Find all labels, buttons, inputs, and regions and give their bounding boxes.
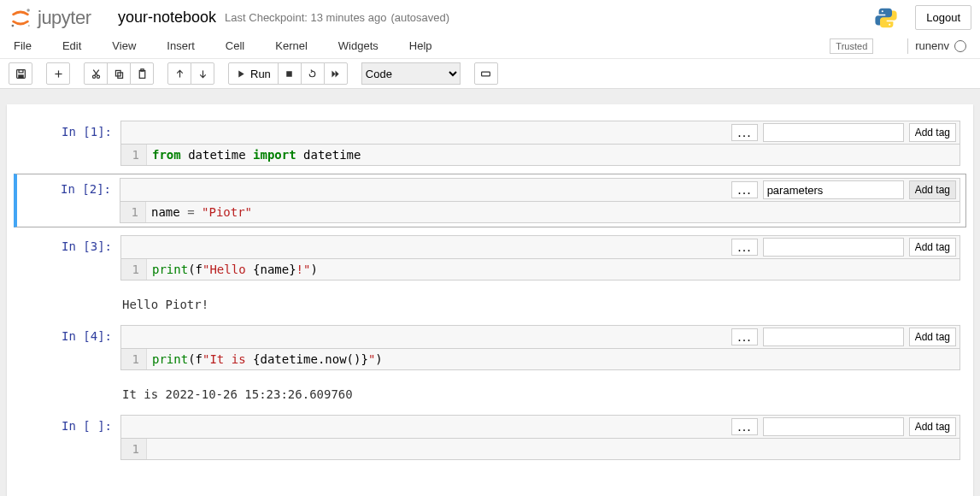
menu-file[interactable]: File	[9, 35, 45, 56]
code-cell[interactable]: In [4]:...Add tag1print(f"It is {datetim…	[14, 321, 966, 375]
svg-point-0	[26, 9, 29, 12]
tag-input[interactable]	[763, 238, 904, 257]
jupyter-logo-icon	[9, 6, 32, 30]
output-area: Hello Piotr!	[14, 288, 966, 317]
code-line[interactable]: name = "Piotr"	[146, 202, 959, 222]
menubar: FileEditViewInsertCellKernelWidgetsHelp …	[0, 33, 980, 59]
input-prompt: In [4]:	[18, 325, 120, 370]
svg-marker-23	[336, 70, 339, 77]
tag-input[interactable]	[763, 123, 904, 142]
menu-help[interactable]: Help	[404, 35, 446, 56]
notebook-container: In [1]:...Add tag1from datetime import d…	[0, 89, 980, 496]
interrupt-button[interactable]	[278, 62, 302, 85]
autosaved-status: (autosaved)	[390, 11, 449, 24]
tag-options-button[interactable]: ...	[731, 124, 757, 141]
svg-rect-24	[482, 72, 490, 76]
code-input[interactable]: 1print(f"Hello {name}!")	[120, 259, 960, 280]
code-cell[interactable]: In [1]:...Add tag1from datetime import d…	[14, 116, 966, 170]
code-line[interactable]: print(f"Hello {name}!")	[147, 259, 959, 280]
output-area: It is 2022-10-26 15:23:26.609760	[14, 378, 966, 407]
tag-input[interactable]	[763, 417, 904, 436]
move-up-button[interactable]	[167, 62, 191, 85]
line-gutter: 1	[121, 349, 147, 369]
code-line[interactable]	[147, 439, 959, 459]
line-gutter: 1	[121, 259, 147, 280]
code-input[interactable]: 1name = "Piotr"	[120, 202, 960, 223]
cell-type-select[interactable]: CodeMarkdownRaw NBConvertHeading	[361, 62, 461, 85]
add-tag-button[interactable]: Add tag	[909, 417, 956, 436]
tag-input[interactable]	[763, 328, 904, 346]
menu-edit[interactable]: Edit	[57, 35, 95, 56]
header: jupyter your-notebook Last Checkpoint: 1…	[0, 0, 980, 33]
kernel-idle-indicator[interactable]	[954, 40, 966, 52]
input-prompt: In [3]:	[18, 235, 120, 280]
menu-insert[interactable]: Insert	[161, 35, 208, 56]
line-gutter: 1	[121, 439, 147, 459]
tag-row: ...Add tag	[120, 178, 960, 202]
svg-rect-7	[18, 74, 24, 78]
trusted-indicator[interactable]: Trusted	[830, 38, 873, 54]
run-button[interactable]: Run	[228, 62, 279, 85]
svg-point-1	[12, 24, 15, 27]
save-button[interactable]	[9, 62, 32, 85]
python-logo-icon	[874, 6, 898, 30]
command-palette-button[interactable]	[474, 62, 498, 85]
paste-button[interactable]	[130, 62, 154, 85]
svg-point-4	[889, 23, 890, 25]
kernel-separator	[907, 38, 908, 54]
svg-marker-20	[238, 70, 244, 77]
tag-row: ...Add tag	[120, 235, 960, 259]
tag-options-button[interactable]: ...	[731, 418, 757, 435]
code-input[interactable]: 1from datetime import datetime	[120, 145, 960, 166]
code-input[interactable]: 1print(f"It is {datetime.now()}")	[120, 349, 960, 370]
kernel-name[interactable]: runenv	[915, 39, 949, 52]
move-down-button[interactable]	[191, 62, 214, 85]
tag-options-button[interactable]: ...	[731, 328, 757, 345]
tag-options-button[interactable]: ...	[731, 181, 757, 198]
cut-button[interactable]	[84, 62, 108, 85]
notebook: In [1]:...Add tag1from datetime import d…	[7, 104, 973, 496]
line-gutter: 1	[120, 202, 146, 222]
menu-view[interactable]: View	[107, 35, 150, 56]
svg-marker-22	[332, 70, 336, 77]
jupyter-logo[interactable]: jupyter	[9, 6, 111, 30]
code-line[interactable]: print(f"It is {datetime.now()}")	[147, 349, 959, 369]
svg-point-2	[28, 25, 30, 27]
tag-row: ...Add tag	[120, 121, 960, 145]
copy-button[interactable]	[107, 62, 131, 85]
code-input[interactable]: 1	[120, 439, 960, 460]
svg-point-11	[97, 75, 99, 78]
input-prompt: In [ ]:	[18, 415, 120, 460]
input-prompt: In [2]:	[17, 178, 120, 223]
checkpoint-status: Last Checkpoint: 13 minutes ago	[225, 11, 386, 24]
output-text: Hello Piotr!	[120, 292, 960, 313]
jupyter-logo-text: jupyter	[38, 7, 91, 29]
menu-kernel[interactable]: Kernel	[270, 35, 321, 56]
logout-button[interactable]: Logout	[915, 5, 971, 30]
code-line[interactable]: from datetime import datetime	[147, 145, 959, 165]
svg-rect-6	[19, 69, 23, 72]
add-tag-button[interactable]: Add tag	[909, 238, 956, 257]
tag-options-button[interactable]: ...	[731, 239, 757, 256]
input-prompt: In [1]:	[18, 121, 120, 166]
menu-widgets[interactable]: Widgets	[333, 35, 392, 56]
menu-cell[interactable]: Cell	[220, 35, 258, 56]
output-text: It is 2022-10-26 15:23:26.609760	[120, 382, 960, 403]
notebook-name[interactable]: your-notebook	[118, 9, 216, 27]
add-tag-button[interactable]: Add tag	[909, 123, 956, 142]
code-cell[interactable]: In [ ]:...Add tag1	[14, 410, 966, 464]
insert-cell-button[interactable]	[46, 62, 70, 85]
svg-point-10	[92, 75, 95, 78]
code-cell[interactable]: In [2]:...Add tag1name = "Piotr"	[14, 174, 966, 227]
add-tag-button[interactable]: Add tag	[909, 328, 956, 346]
tag-row: ...Add tag	[120, 325, 960, 349]
toolbar: Run CodeMarkdownRaw NBConvertHeading	[0, 59, 980, 89]
restart-button[interactable]	[301, 62, 325, 85]
restart-run-all-button[interactable]	[324, 62, 348, 85]
tag-input[interactable]	[763, 180, 904, 199]
svg-rect-21	[287, 71, 293, 77]
line-gutter: 1	[121, 145, 147, 165]
code-cell[interactable]: In [3]:...Add tag1print(f"Hello {name}!"…	[14, 231, 966, 285]
tag-row: ...Add tag	[120, 415, 960, 439]
add-tag-button[interactable]: Add tag	[909, 180, 956, 199]
